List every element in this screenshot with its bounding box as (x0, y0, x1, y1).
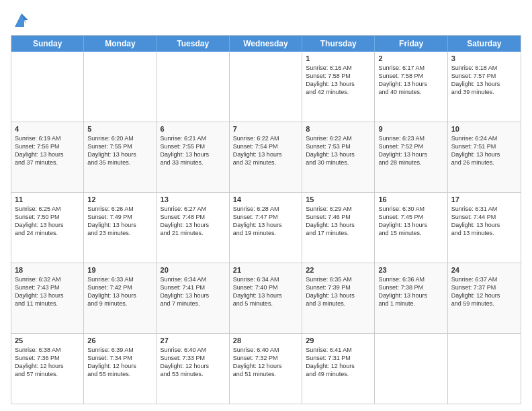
cal-cell: 8Sunrise: 6:22 AMSunset: 7:53 PMDaylight… (302, 122, 375, 192)
cal-cell: 28Sunrise: 6:40 AMSunset: 7:32 PMDayligh… (230, 334, 302, 404)
cell-info: Sunrise: 6:28 AMSunset: 7:47 PMDaylight:… (233, 205, 298, 238)
cal-cell: 26Sunrise: 6:39 AMSunset: 7:34 PMDayligh… (84, 334, 157, 404)
cal-cell (11, 52, 84, 122)
cal-cell (84, 52, 157, 122)
cal-cell: 16Sunrise: 6:30 AMSunset: 7:45 PMDayligh… (375, 193, 447, 263)
cal-cell (448, 334, 521, 404)
cal-cell: 5Sunrise: 6:20 AMSunset: 7:55 PMDaylight… (84, 122, 157, 192)
calendar-header: SundayMondayTuesdayWednesdayThursdayFrid… (11, 36, 521, 52)
cell-date: 13 (161, 195, 226, 203)
cal-header-day-monday: Monday (84, 36, 157, 52)
cell-date: 16 (378, 195, 443, 203)
cal-cell: 20Sunrise: 6:34 AMSunset: 7:41 PMDayligh… (157, 263, 230, 333)
header (11, 11, 521, 30)
cal-cell: 24Sunrise: 6:37 AMSunset: 7:37 PMDayligh… (448, 263, 521, 333)
cell-date: 23 (378, 266, 443, 274)
cell-date: 19 (87, 266, 152, 274)
cal-header-day-friday: Friday (375, 36, 447, 52)
cell-date: 12 (87, 195, 152, 203)
cell-info: Sunrise: 6:25 AMSunset: 7:50 PMDaylight:… (15, 205, 80, 238)
cal-header-day-tuesday: Tuesday (157, 36, 230, 52)
cal-cell: 11Sunrise: 6:25 AMSunset: 7:50 PMDayligh… (11, 193, 84, 263)
cell-date: 11 (15, 195, 80, 203)
cell-info: Sunrise: 6:40 AMSunset: 7:33 PMDaylight:… (161, 346, 226, 379)
cell-info: Sunrise: 6:39 AMSunset: 7:34 PMDaylight:… (87, 346, 152, 379)
cell-info: Sunrise: 6:32 AMSunset: 7:43 PMDaylight:… (15, 275, 80, 308)
cal-cell: 27Sunrise: 6:40 AMSunset: 7:33 PMDayligh… (157, 334, 230, 404)
cell-date: 28 (233, 336, 298, 345)
cell-info: Sunrise: 6:35 AMSunset: 7:39 PMDaylight:… (306, 275, 371, 308)
cell-date: 6 (161, 125, 226, 133)
cal-cell: 18Sunrise: 6:32 AMSunset: 7:43 PMDayligh… (11, 263, 84, 333)
cal-header-day-thursday: Thursday (302, 36, 375, 52)
cell-date: 1 (306, 54, 371, 62)
cell-date: 27 (161, 336, 226, 345)
cell-date: 24 (451, 266, 517, 274)
cell-info: Sunrise: 6:38 AMSunset: 7:36 PMDaylight:… (15, 346, 80, 379)
cell-date: 22 (306, 266, 371, 274)
logo (11, 11, 31, 30)
calendar: SundayMondayTuesdayWednesdayThursdayFrid… (11, 35, 521, 404)
cal-cell: 12Sunrise: 6:26 AMSunset: 7:49 PMDayligh… (84, 193, 157, 263)
cal-cell: 21Sunrise: 6:34 AMSunset: 7:40 PMDayligh… (230, 263, 302, 333)
cell-info: Sunrise: 6:23 AMSunset: 7:52 PMDaylight:… (378, 134, 443, 167)
cal-cell: 15Sunrise: 6:29 AMSunset: 7:46 PMDayligh… (302, 193, 375, 263)
cell-date: 25 (15, 336, 80, 345)
cell-info: Sunrise: 6:22 AMSunset: 7:54 PMDaylight:… (233, 134, 298, 167)
cell-info: Sunrise: 6:33 AMSunset: 7:42 PMDaylight:… (87, 275, 152, 308)
cal-row-1: 4Sunrise: 6:19 AMSunset: 7:56 PMDaylight… (11, 122, 521, 193)
cell-date: 5 (87, 125, 152, 133)
cell-date: 10 (451, 125, 517, 133)
cal-cell: 7Sunrise: 6:22 AMSunset: 7:54 PMDaylight… (230, 122, 302, 192)
cal-cell: 4Sunrise: 6:19 AMSunset: 7:56 PMDaylight… (11, 122, 84, 192)
page: SundayMondayTuesdayWednesdayThursdayFrid… (0, 0, 532, 411)
cal-cell: 9Sunrise: 6:23 AMSunset: 7:52 PMDaylight… (375, 122, 447, 192)
cell-date: 3 (451, 54, 517, 62)
cell-info: Sunrise: 6:20 AMSunset: 7:55 PMDaylight:… (87, 134, 152, 167)
cal-cell: 22Sunrise: 6:35 AMSunset: 7:39 PMDayligh… (302, 263, 375, 333)
cell-info: Sunrise: 6:37 AMSunset: 7:37 PMDaylight:… (451, 275, 517, 308)
cal-row-3: 18Sunrise: 6:32 AMSunset: 7:43 PMDayligh… (11, 263, 521, 334)
cell-info: Sunrise: 6:16 AMSunset: 7:58 PMDaylight:… (306, 64, 371, 97)
cal-cell: 6Sunrise: 6:21 AMSunset: 7:55 PMDaylight… (157, 122, 230, 192)
cell-date: 8 (306, 125, 371, 133)
cell-date: 7 (233, 125, 298, 133)
cal-cell: 23Sunrise: 6:36 AMSunset: 7:38 PMDayligh… (375, 263, 447, 333)
cal-cell (375, 334, 447, 404)
cal-row-2: 11Sunrise: 6:25 AMSunset: 7:50 PMDayligh… (11, 193, 521, 263)
cell-info: Sunrise: 6:36 AMSunset: 7:38 PMDaylight:… (378, 275, 443, 308)
cal-header-day-wednesday: Wednesday (230, 36, 302, 52)
cal-header-day-sunday: Sunday (11, 36, 84, 52)
cell-date: 17 (451, 195, 517, 203)
cal-cell: 14Sunrise: 6:28 AMSunset: 7:47 PMDayligh… (230, 193, 302, 263)
cell-date: 21 (233, 266, 298, 274)
cal-cell: 1Sunrise: 6:16 AMSunset: 7:58 PMDaylight… (302, 52, 375, 122)
cell-info: Sunrise: 6:31 AMSunset: 7:44 PMDaylight:… (451, 205, 517, 238)
cal-cell: 25Sunrise: 6:38 AMSunset: 7:36 PMDayligh… (11, 334, 84, 404)
cell-info: Sunrise: 6:21 AMSunset: 7:55 PMDaylight:… (161, 134, 226, 167)
cal-cell (157, 52, 230, 122)
cell-info: Sunrise: 6:19 AMSunset: 7:56 PMDaylight:… (15, 134, 80, 167)
cal-cell (230, 52, 302, 122)
cal-cell: 13Sunrise: 6:27 AMSunset: 7:48 PMDayligh… (157, 193, 230, 263)
cal-row-0: 1Sunrise: 6:16 AMSunset: 7:58 PMDaylight… (11, 52, 521, 122)
cal-cell: 17Sunrise: 6:31 AMSunset: 7:44 PMDayligh… (448, 193, 521, 263)
cell-info: Sunrise: 6:27 AMSunset: 7:48 PMDaylight:… (161, 205, 226, 238)
cell-info: Sunrise: 6:22 AMSunset: 7:53 PMDaylight:… (306, 134, 371, 167)
cal-cell: 3Sunrise: 6:18 AMSunset: 7:57 PMDaylight… (448, 52, 521, 122)
cell-info: Sunrise: 6:41 AMSunset: 7:31 PMDaylight:… (306, 346, 371, 379)
cell-info: Sunrise: 6:34 AMSunset: 7:41 PMDaylight:… (161, 275, 226, 308)
cell-date: 2 (378, 54, 443, 62)
cell-info: Sunrise: 6:24 AMSunset: 7:51 PMDaylight:… (451, 134, 517, 167)
cal-cell: 10Sunrise: 6:24 AMSunset: 7:51 PMDayligh… (448, 122, 521, 192)
cell-date: 18 (15, 266, 80, 274)
cell-date: 9 (378, 125, 443, 133)
cal-row-4: 25Sunrise: 6:38 AMSunset: 7:36 PMDayligh… (11, 334, 521, 404)
cell-date: 14 (233, 195, 298, 203)
cell-date: 20 (161, 266, 226, 274)
cell-date: 15 (306, 195, 371, 203)
logo-icon (12, 11, 31, 30)
cell-date: 26 (87, 336, 152, 345)
cell-date: 4 (15, 125, 80, 133)
cell-info: Sunrise: 6:40 AMSunset: 7:32 PMDaylight:… (233, 346, 298, 379)
